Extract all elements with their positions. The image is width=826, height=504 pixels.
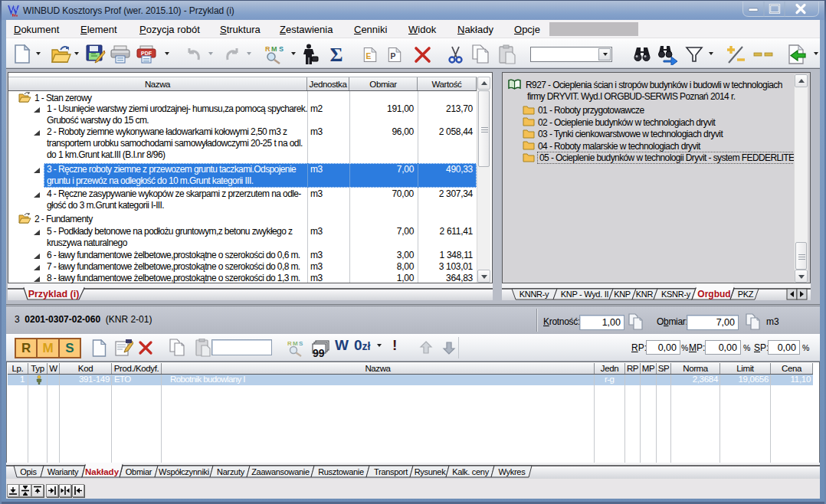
svg-text:M: M <box>271 45 277 53</box>
svg-text:Nakłady: Nakłady <box>85 467 120 476</box>
svg-text:Σ: Σ <box>330 45 343 64</box>
svg-text:S: S <box>299 340 303 347</box>
svg-text:KSNR-y: KSNR-y <box>661 290 691 299</box>
svg-text:Wykres: Wykres <box>499 467 526 476</box>
svg-text:Przyklad (i): Przyklad (i) <box>28 289 80 299</box>
svg-text:Warianty: Warianty <box>48 467 79 476</box>
svg-text:PKZ: PKZ <box>738 290 754 299</box>
svg-text:Współczynniki: Współczynniki <box>159 467 209 476</box>
svg-text:Rysunek: Rysunek <box>415 467 446 476</box>
svg-text:KNNR-y: KNNR-y <box>520 290 549 299</box>
svg-text:Kalk. ceny: Kalk. ceny <box>452 467 490 476</box>
svg-text:Rusztowanie: Rusztowanie <box>318 467 364 476</box>
svg-text:99: 99 <box>313 347 325 358</box>
svg-text:KNP - Wyd. II: KNP - Wyd. II <box>561 290 609 299</box>
svg-text:R: R <box>265 45 270 53</box>
svg-text:KNP: KNP <box>614 290 631 299</box>
svg-text:S: S <box>279 45 284 53</box>
svg-text:Orgbud: Orgbud <box>697 289 730 299</box>
svg-text:R: R <box>287 340 292 347</box>
svg-text:KNR: KNR <box>636 290 654 299</box>
svg-text:Narzuty: Narzuty <box>217 467 245 476</box>
svg-text:P: P <box>390 52 395 61</box>
svg-text:Obmiar: Obmiar <box>126 467 152 476</box>
svg-text:Opis: Opis <box>20 467 37 476</box>
svg-text:M: M <box>293 340 298 347</box>
svg-text:E: E <box>365 52 371 61</box>
svg-text:Transport: Transport <box>374 467 408 476</box>
svg-text:Zaawansowanie: Zaawansowanie <box>251 467 310 476</box>
svg-text:PDF: PDF <box>141 51 152 56</box>
